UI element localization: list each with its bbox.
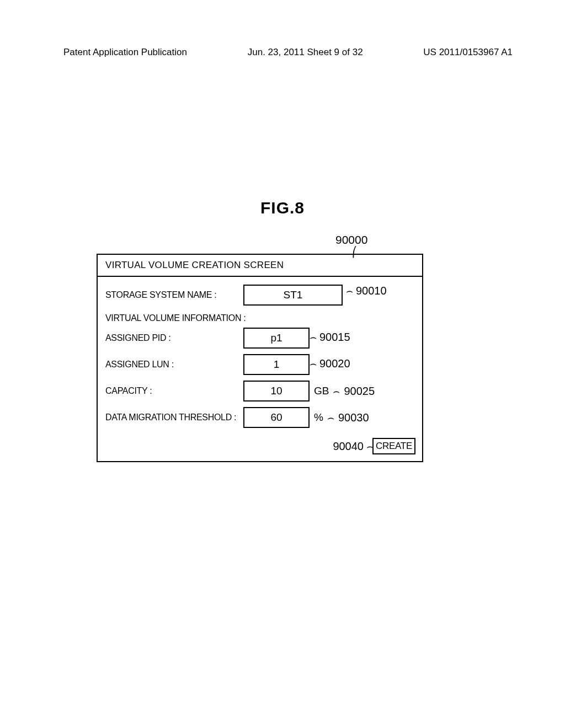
- threshold-label: DATA MIGRATION THRESHOLD :: [105, 413, 243, 422]
- vvi-row: VIRTUAL VOLUME INFORMATION :: [105, 311, 414, 325]
- pid-ref: ⌢ 90015: [310, 331, 350, 344]
- page-header: Patent Application Publication Jun. 23, …: [0, 47, 565, 58]
- threshold-ref-number: 90030: [338, 411, 369, 424]
- storage-system-ref: ⌢ 90010: [346, 285, 387, 297]
- panel-title: VIRTUAL VOLUME CREATION SCREEN: [98, 255, 422, 277]
- capacity-ref-tilde: ⌢: [330, 385, 343, 398]
- create-ref-number: 90040: [333, 440, 364, 452]
- header-left: Patent Application Publication: [63, 47, 187, 58]
- pid-input[interactable]: p1: [243, 328, 310, 349]
- threshold-unit: %: [314, 411, 323, 424]
- pid-ref-number: 90015: [319, 331, 350, 344]
- vvi-label: VIRTUAL VOLUME INFORMATION :: [105, 313, 414, 323]
- header-right: US 2011/0153967 A1: [423, 47, 513, 58]
- capacity-unit: GB: [314, 385, 329, 397]
- storage-system-input[interactable]: ST1: [243, 285, 343, 306]
- storage-system-label: STORAGE SYSTEM NAME :: [105, 290, 243, 300]
- capacity-ref-number: 90025: [344, 385, 375, 398]
- pid-label: ASSIGNED PID :: [105, 333, 243, 343]
- capacity-input[interactable]: 10: [243, 381, 310, 402]
- lun-label: ASSIGNED LUN :: [105, 360, 243, 370]
- pid-row: ASSIGNED PID : p1: [105, 328, 414, 349]
- threshold-ref-tilde: ⌢: [324, 411, 337, 424]
- create-ref: 90040 ⌢: [333, 440, 374, 453]
- lun-input[interactable]: 1: [243, 354, 310, 375]
- threshold-row: DATA MIGRATION THRESHOLD : 60 % ⌢ 90030: [105, 407, 414, 428]
- threshold-input[interactable]: 60: [243, 407, 310, 428]
- create-button[interactable]: CREATE: [372, 438, 415, 454]
- lun-ref-number: 90020: [319, 357, 350, 370]
- capacity-label: CAPACITY :: [105, 386, 243, 396]
- capacity-row: CAPACITY : 10 GB ⌢ 90025: [105, 381, 414, 402]
- panel-body: STORAGE SYSTEM NAME : ST1 ⌢ 90010 VIRTUA…: [98, 277, 422, 461]
- header-center: Jun. 23, 2011 Sheet 9 of 32: [248, 47, 363, 58]
- storage-system-ref-number: 90010: [356, 285, 387, 297]
- panel-reference-number: 90000: [335, 233, 367, 247]
- figure-caption: FIG.8: [0, 199, 565, 217]
- virtual-volume-creation-panel: VIRTUAL VOLUME CREATION SCREEN STORAGE S…: [97, 254, 423, 462]
- lun-row: ASSIGNED LUN : 1: [105, 354, 414, 375]
- lun-ref: ⌢ 90020: [310, 357, 350, 370]
